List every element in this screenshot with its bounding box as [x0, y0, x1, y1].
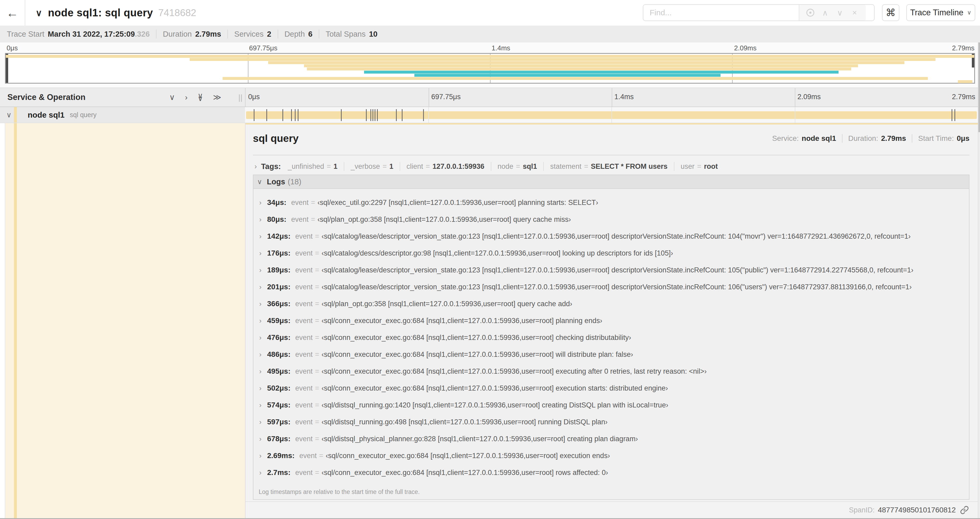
- log-marker-tick[interactable]: [423, 109, 424, 121]
- collapse-one-icon[interactable]: ›: [185, 93, 188, 101]
- log-equals: =: [315, 317, 319, 325]
- span-detail-title: sql query: [253, 133, 299, 144]
- log-row[interactable]: ›2.79ms:event=‹sql/conn_executor_exec.go…: [253, 481, 969, 484]
- log-row[interactable]: ›597μs:event=‹sql/distsql_running.go:498…: [253, 414, 969, 430]
- minimap-left-scrubber[interactable]: [6, 54, 8, 83]
- span-row-name-cell[interactable]: ∨ node sql1 sql query: [0, 107, 245, 123]
- log-row[interactable]: ›142μs:event=‹sql/catalog/lease/descript…: [253, 228, 969, 245]
- log-chevron-right-icon[interactable]: ›: [259, 435, 267, 443]
- log-marker-tick[interactable]: [295, 109, 296, 121]
- log-row[interactable]: ›201μs:event=‹sql/catalog/lease/descript…: [253, 278, 969, 295]
- log-chevron-right-icon[interactable]: ›: [259, 418, 267, 426]
- log-row[interactable]: ›574μs:event=‹sql/distsql_running.go:142…: [253, 397, 969, 414]
- log-field-name: event: [295, 232, 313, 241]
- log-row[interactable]: ›678μs:event=‹sql/distsql_physical_plann…: [253, 430, 969, 447]
- trace-metadata-bar: Trace StartMarch 31 2022, 17:25:09.326Du…: [0, 26, 980, 43]
- log-field-value: ‹sql/plan_opt.go:358 [nsql1,client=127.0…: [322, 300, 573, 308]
- log-row[interactable]: ›366μs:event=‹sql/plan_opt.go:358 [nsql1…: [253, 295, 969, 312]
- log-row[interactable]: ›34μs:event=‹sql/exec_util.go:2297 [nsql…: [253, 194, 969, 211]
- log-field-value: ‹sql/catalog/lease/descriptor_version_st…: [322, 283, 912, 291]
- logs-header[interactable]: ∨ Logs (18): [253, 175, 969, 189]
- tags-row[interactable]: › Tags: _unfinished=1_verbose=1client=12…: [253, 160, 969, 173]
- clear-find-icon[interactable]: ×: [847, 8, 862, 17]
- log-marker-tick[interactable]: [366, 109, 367, 121]
- timeline-tick-label: 1.4ms: [612, 93, 634, 101]
- log-timestamp: 366μs:: [267, 300, 291, 308]
- log-marker-tick[interactable]: [951, 109, 952, 121]
- log-marker-tick[interactable]: [266, 109, 267, 121]
- metadata-divider: [156, 30, 156, 38]
- column-resizer-handle[interactable]: [239, 94, 242, 102]
- tag-key: user: [681, 163, 695, 171]
- log-row[interactable]: ›476μs:event=‹sql/conn_executor_exec.go:…: [253, 329, 969, 346]
- log-timestamp: 495μs:: [267, 367, 291, 375]
- log-marker-tick[interactable]: [375, 109, 375, 121]
- log-chevron-right-icon[interactable]: ›: [259, 350, 267, 359]
- log-marker-tick[interactable]: [955, 109, 955, 121]
- next-match-icon[interactable]: ∨: [832, 8, 847, 18]
- tag-key: _unfinished: [288, 163, 324, 171]
- timeline-tick-label: 697.75μs: [429, 93, 461, 101]
- log-row[interactable]: ›495μs:event=‹sql/conn_executor_exec.go:…: [253, 363, 969, 380]
- log-chevron-right-icon[interactable]: ›: [259, 469, 267, 477]
- scrollbar-thumb[interactable]: [978, 43, 980, 132]
- top-bar: ← ∨ node sql1: sql query 7418682 ∧ ∨ × ⌘…: [0, 0, 980, 26]
- log-row[interactable]: ›2.7ms:event=‹sql/conn_executor_exec.go:…: [253, 464, 969, 481]
- deep-link-icon[interactable]: [960, 506, 969, 514]
- span-collapse-chevron-icon[interactable]: ∨: [6, 111, 11, 119]
- log-chevron-right-icon[interactable]: ›: [259, 216, 267, 224]
- log-chevron-right-icon[interactable]: ›: [259, 384, 267, 393]
- log-chevron-right-icon[interactable]: ›: [259, 334, 267, 342]
- log-chevron-right-icon[interactable]: ›: [259, 401, 267, 409]
- expand-all-icon[interactable]: ∨∨: [197, 94, 203, 100]
- log-row[interactable]: ›80μs:event=‹sql/plan_opt.go:358 [nsql1,…: [253, 211, 969, 228]
- log-marker-tick[interactable]: [402, 109, 402, 121]
- log-marker-tick[interactable]: [291, 109, 292, 121]
- log-chevron-right-icon[interactable]: ›: [259, 266, 267, 274]
- metadata-divider: [228, 30, 228, 38]
- log-row[interactable]: ›189μs:event=‹sql/catalog/lease/descript…: [253, 262, 969, 278]
- trace-id: 7418682: [158, 7, 196, 18]
- minimap-canvas[interactable]: [5, 53, 975, 84]
- metadata-item: Total Spans10: [326, 30, 377, 38]
- expand-one-icon[interactable]: ∨: [169, 93, 175, 101]
- collapse-all-icon[interactable]: ≫: [213, 93, 221, 101]
- span-detail-area: sql query Service:node sql1Duration:2.79…: [0, 123, 980, 518]
- view-selector-button[interactable]: Trace Timeline ∨: [906, 4, 975, 21]
- log-marker-tick[interactable]: [371, 109, 371, 121]
- log-marker-tick[interactable]: [377, 109, 378, 121]
- keyboard-shortcuts-button[interactable]: ⌘: [882, 4, 899, 21]
- log-field-value: ‹sql/conn_executor_exec.go:684 [nsql1,cl…: [322, 317, 603, 325]
- span-detail-meta: Service:node sql1Duration:2.79msStart Ti…: [772, 134, 969, 143]
- log-marker-tick[interactable]: [282, 109, 283, 121]
- log-row[interactable]: ›2.69ms:event=‹sql/conn_executor_exec.go…: [253, 447, 969, 464]
- vertical-scrollbar[interactable]: [978, 43, 980, 518]
- prev-match-icon[interactable]: ∧: [818, 8, 832, 18]
- log-chevron-right-icon[interactable]: ›: [259, 199, 267, 207]
- log-row[interactable]: ›176μs:event=‹sql/catalog/descs/descript…: [253, 245, 969, 262]
- span-operation-name: sql query: [70, 111, 96, 119]
- log-row[interactable]: ›502μs:event=‹sql/conn_executor_exec.go:…: [253, 380, 969, 397]
- minimap-span-bar: [190, 58, 935, 61]
- tag-key: client: [406, 163, 423, 171]
- find-input[interactable]: [643, 5, 799, 21]
- log-marker-tick[interactable]: [341, 109, 342, 121]
- log-row[interactable]: ›459μs:event=‹sql/conn_executor_exec.go:…: [253, 312, 969, 329]
- tag-pair: _verbose=1: [351, 163, 393, 171]
- title-chevron-down-icon[interactable]: ∨: [35, 8, 42, 18]
- log-marker-tick[interactable]: [396, 109, 397, 121]
- log-chevron-right-icon[interactable]: ›: [259, 367, 267, 375]
- log-chevron-right-icon[interactable]: ›: [259, 232, 267, 241]
- log-chevron-right-icon[interactable]: ›: [259, 283, 267, 291]
- minimap-span-bar: [304, 64, 858, 67]
- back-button[interactable]: ←: [0, 0, 25, 26]
- log-chevron-right-icon[interactable]: ›: [259, 249, 267, 257]
- log-row[interactable]: ›486μs:event=‹sql/conn_executor_exec.go:…: [253, 346, 969, 363]
- focus-match-icon[interactable]: [803, 9, 818, 17]
- log-chevron-right-icon[interactable]: ›: [259, 300, 267, 308]
- log-marker-tick[interactable]: [372, 109, 373, 121]
- log-chevron-right-icon[interactable]: ›: [259, 317, 267, 325]
- log-marker-tick[interactable]: [298, 109, 299, 121]
- log-marker-tick[interactable]: [254, 109, 255, 121]
- log-chevron-right-icon[interactable]: ›: [259, 452, 267, 460]
